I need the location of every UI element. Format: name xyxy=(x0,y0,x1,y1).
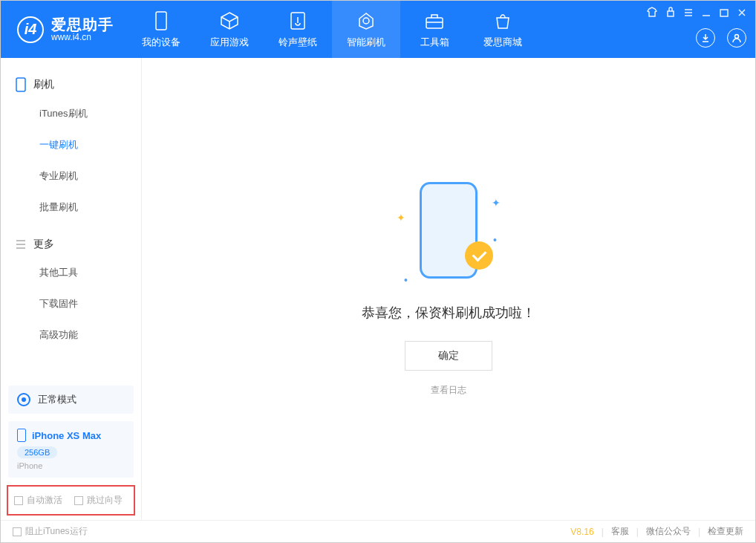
device-type: iPhone xyxy=(17,461,125,470)
user-icon[interactable] xyxy=(727,28,746,48)
device-capacity: 256GB xyxy=(17,446,57,458)
apps-icon xyxy=(220,10,239,31)
svg-rect-4 xyxy=(720,10,728,16)
sparkle-icon: • xyxy=(493,234,497,246)
maximize-button[interactable] xyxy=(720,7,729,20)
support-link[interactable]: 客服 xyxy=(611,525,629,538)
app-url: www.i4.cn xyxy=(51,33,114,42)
checkbox-icon xyxy=(74,496,83,505)
svg-rect-0 xyxy=(156,12,166,30)
nav-flash[interactable]: 智能刷机 xyxy=(332,1,400,58)
sidebar-bottom: 正常模式 iPhone XS Max 256GB iPhone 自动激活 跳过向… xyxy=(1,378,141,520)
options-highlight-box: 自动激活 跳过向导 xyxy=(7,485,135,516)
phone-icon xyxy=(16,77,26,92)
flash-icon xyxy=(356,10,376,31)
separator: | xyxy=(636,527,639,537)
section-more-label: 更多 xyxy=(33,238,54,251)
version-label: V8.16 xyxy=(570,527,593,537)
sidebar-section-more: 更多 xyxy=(1,232,141,257)
section-flash-label: 刷机 xyxy=(33,78,54,91)
device-info-box[interactable]: iPhone XS Max 256GB iPhone xyxy=(8,421,134,478)
nav-ringtones-label: 铃声壁纸 xyxy=(278,36,317,49)
nav-apps-label: 应用游戏 xyxy=(210,36,249,49)
sidebar-item-batch[interactable]: 批量刷机 xyxy=(39,192,141,223)
nav-store[interactable]: 爱思商城 xyxy=(469,1,537,58)
separator: | xyxy=(698,527,700,537)
sparkle-icon: • xyxy=(404,274,408,286)
device-name-row: iPhone XS Max xyxy=(17,429,125,442)
nav-device[interactable]: 我的设备 xyxy=(127,1,195,58)
view-log-link[interactable]: 查看日志 xyxy=(431,384,466,397)
checkbox-skip-label: 跳过向导 xyxy=(87,494,123,507)
checkmark-circle-icon xyxy=(465,241,493,270)
body: 刷机 iTunes刷机 一键刷机 专业刷机 批量刷机 更多 其他工具 下载固件 … xyxy=(1,58,755,520)
header: i4 爱思助手 www.i4.cn 我的设备 应用游戏 铃声壁纸 智能刷机 工具… xyxy=(1,1,755,58)
close-button[interactable] xyxy=(737,7,746,20)
minimize-button[interactable] xyxy=(702,7,711,20)
checkbox-icon xyxy=(14,496,23,505)
phone-small-icon xyxy=(17,429,26,442)
nav-flash-label: 智能刷机 xyxy=(347,36,385,49)
update-link[interactable]: 检查更新 xyxy=(708,525,743,538)
checkbox-auto-label: 自动激活 xyxy=(27,494,62,507)
block-itunes-label: 阻止iTunes运行 xyxy=(25,525,88,538)
main-nav: 我的设备 应用游戏 铃声壁纸 智能刷机 工具箱 爱思商城 xyxy=(127,1,537,58)
checkbox-block-itunes[interactable]: 阻止iTunes运行 xyxy=(13,525,88,538)
ok-button[interactable]: 确定 xyxy=(405,341,492,371)
nav-toolbox-label: 工具箱 xyxy=(420,36,449,49)
menu-icon[interactable] xyxy=(684,7,693,20)
checkbox-skip-guide[interactable]: 跳过向导 xyxy=(74,494,123,507)
sidebar-item-firmware[interactable]: 下载固件 xyxy=(39,288,141,319)
logo[interactable]: i4 爱思助手 www.i4.cn xyxy=(1,1,127,58)
sparkle-icon: ✦ xyxy=(492,197,501,209)
svg-rect-3 xyxy=(668,11,674,16)
shirt-icon[interactable] xyxy=(647,7,657,20)
download-icon[interactable] xyxy=(696,28,715,48)
device-name: iPhone XS Max xyxy=(32,430,101,441)
footer-right: V8.16 | 客服 | 微信公众号 | 检查更新 xyxy=(570,525,743,538)
sidebar-more-items: 其他工具 下载固件 高级功能 xyxy=(1,257,141,351)
device-mode-box[interactable]: 正常模式 xyxy=(8,386,134,414)
sidebar-item-other[interactable]: 其他工具 xyxy=(39,257,141,288)
nav-apps[interactable]: 应用游戏 xyxy=(195,1,264,58)
nav-toolbox[interactable]: 工具箱 xyxy=(400,1,469,58)
wechat-link[interactable]: 微信公众号 xyxy=(646,525,691,538)
footer: 阻止iTunes运行 V8.16 | 客服 | 微信公众号 | 检查更新 xyxy=(1,520,755,542)
sidebar-item-advanced[interactable]: 高级功能 xyxy=(39,319,141,351)
sidebar-item-onekey[interactable]: 一键刷机 xyxy=(39,129,141,160)
svg-point-5 xyxy=(735,35,739,39)
sidebar-section-flash: 刷机 xyxy=(1,71,141,98)
sparkle-icon: ✦ xyxy=(397,212,405,224)
sidebar: 刷机 iTunes刷机 一键刷机 专业刷机 批量刷机 更多 其他工具 下载固件 … xyxy=(1,58,142,520)
ringtones-icon xyxy=(290,10,306,31)
sidebar-item-pro[interactable]: 专业刷机 xyxy=(39,160,141,192)
nav-device-label: 我的设备 xyxy=(142,36,180,49)
success-illustration: ✦ ✦ • • xyxy=(397,182,501,286)
lock-icon[interactable] xyxy=(666,7,675,20)
success-message: 恭喜您，保资料刷机成功啦！ xyxy=(362,304,535,322)
sidebar-flash-items: iTunes刷机 一键刷机 专业刷机 批量刷机 xyxy=(1,98,141,223)
nav-ringtones[interactable]: 铃声壁纸 xyxy=(264,1,332,58)
logo-icon: i4 xyxy=(17,16,44,43)
device-icon xyxy=(154,10,168,31)
window-controls xyxy=(647,7,746,20)
svg-rect-2 xyxy=(426,18,443,28)
status-dot-icon xyxy=(17,393,30,406)
list-icon xyxy=(16,239,26,250)
separator: | xyxy=(602,527,604,537)
app-name: 爱思助手 xyxy=(51,16,114,33)
device-mode-label: 正常模式 xyxy=(38,393,76,406)
toolbox-icon xyxy=(425,10,444,31)
header-icons xyxy=(696,28,746,48)
sidebar-item-itunes[interactable]: iTunes刷机 xyxy=(39,98,141,129)
svg-rect-6 xyxy=(16,78,25,91)
store-icon xyxy=(494,10,512,31)
main-content: ✦ ✦ • • 恭喜您，保资料刷机成功啦！ 确定 查看日志 xyxy=(142,58,755,520)
nav-store-label: 爱思商城 xyxy=(483,36,522,49)
checkbox-auto-activate[interactable]: 自动激活 xyxy=(14,494,62,507)
logo-text: 爱思助手 www.i4.cn xyxy=(51,16,114,42)
header-right xyxy=(647,1,746,58)
checkbox-icon xyxy=(13,527,22,536)
